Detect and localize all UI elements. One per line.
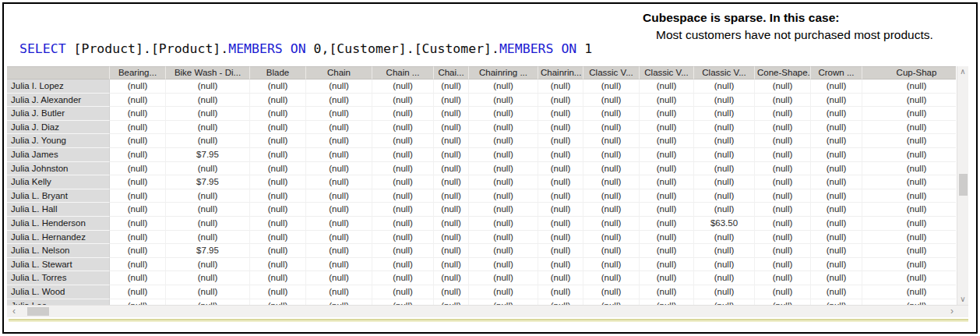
grid-cell[interactable]: (null) (469, 94, 538, 108)
grid-cell[interactable]: (null) (166, 231, 250, 245)
grid-cell[interactable]: (null) (538, 148, 583, 162)
grid-cell[interactable]: (null) (306, 134, 372, 148)
row-header[interactable]: Julia L. Bryant (7, 189, 110, 203)
grid-cell[interactable]: (null) (434, 271, 469, 285)
grid-cell[interactable]: (null) (250, 231, 306, 245)
grid-cell[interactable]: (null) (469, 80, 538, 94)
grid-cell[interactable]: (null) (755, 175, 811, 189)
grid-cell[interactable]: (null) (166, 121, 250, 135)
grid-cell[interactable]: (null) (755, 203, 811, 217)
grid-cell[interactable]: (null) (862, 175, 956, 189)
grid-cell[interactable]: (null) (583, 162, 640, 176)
grid-cell[interactable]: (null) (640, 299, 694, 306)
grid-cell[interactable]: (null) (306, 175, 372, 189)
grid-cell[interactable]: (null) (811, 162, 862, 176)
grid-cell[interactable]: (null) (434, 175, 469, 189)
grid-cell[interactable]: (null) (583, 299, 640, 306)
grid-cell[interactable]: $7.95 (166, 148, 250, 162)
row-header[interactable]: Julia L. Torres (7, 271, 110, 285)
grid-cell[interactable]: (null) (469, 148, 538, 162)
grid-cell[interactable]: (null) (811, 94, 862, 108)
grid-cell[interactable]: (null) (469, 175, 538, 189)
grid-cell[interactable]: (null) (538, 80, 583, 94)
row-header[interactable]: Julia Kelly (7, 175, 110, 189)
grid-cell[interactable]: (null) (694, 175, 755, 189)
grid-cell[interactable]: (null) (469, 244, 538, 258)
grid-cell[interactable]: (null) (469, 121, 538, 135)
grid-cell[interactable]: (null) (434, 203, 469, 217)
column-header[interactable]: Classic V... (583, 66, 640, 80)
grid-cell[interactable]: (null) (811, 203, 862, 217)
grid-cell[interactable]: (null) (862, 285, 956, 299)
grid-cell[interactable]: (null) (640, 203, 694, 217)
row-header[interactable]: Julia L. Nelson (7, 244, 110, 258)
grid-cell[interactable]: (null) (862, 217, 956, 231)
grid-cell[interactable]: (null) (862, 258, 956, 272)
grid-cell[interactable]: $7.95 (166, 244, 250, 258)
grid-cell[interactable]: (null) (583, 217, 640, 231)
grid-cell[interactable]: (null) (166, 258, 250, 272)
grid-cell[interactable]: (null) (469, 258, 538, 272)
grid-cell[interactable]: (null) (538, 107, 583, 121)
grid-cell[interactable]: $7.95 (166, 175, 250, 189)
grid-cell[interactable]: (null) (538, 244, 583, 258)
grid-cell[interactable]: (null) (862, 244, 956, 258)
grid-cell[interactable]: (null) (862, 271, 956, 285)
grid-cell[interactable]: (null) (372, 299, 434, 306)
scroll-right-icon[interactable]: › (947, 306, 957, 317)
grid-cell[interactable]: (null) (583, 107, 640, 121)
grid-cell[interactable]: (null) (640, 80, 694, 94)
grid-cell[interactable]: (null) (372, 285, 434, 299)
grid-cell[interactable]: (null) (372, 148, 434, 162)
row-header[interactable]: Julia I. Lopez (7, 80, 110, 94)
grid-cell[interactable]: (null) (110, 285, 166, 299)
grid-cell[interactable]: (null) (640, 94, 694, 108)
grid-cell[interactable]: (null) (640, 121, 694, 135)
grid-cell[interactable]: (null) (538, 231, 583, 245)
grid-cell[interactable]: (null) (694, 162, 755, 176)
grid-cell[interactable]: (null) (583, 80, 640, 94)
grid-cell[interactable]: (null) (583, 271, 640, 285)
grid-cell[interactable]: (null) (166, 217, 250, 231)
grid-cell[interactable]: (null) (640, 162, 694, 176)
grid-cell[interactable]: (null) (434, 299, 469, 306)
grid-cell[interactable]: (null) (469, 217, 538, 231)
grid-cell[interactable]: (null) (166, 107, 250, 121)
grid-cell[interactable]: (null) (811, 175, 862, 189)
grid-cell[interactable]: (null) (250, 258, 306, 272)
grid-cell[interactable]: (null) (811, 217, 862, 231)
grid-cell[interactable]: (null) (434, 231, 469, 245)
grid-cell[interactable]: (null) (306, 217, 372, 231)
grid-cell[interactable]: (null) (640, 258, 694, 272)
grid-cell[interactable]: (null) (434, 217, 469, 231)
grid-cell[interactable]: (null) (372, 244, 434, 258)
grid-cell[interactable]: (null) (538, 94, 583, 108)
grid-cell[interactable]: (null) (694, 107, 755, 121)
grid-cell[interactable]: (null) (306, 121, 372, 135)
grid-cell[interactable]: (null) (755, 285, 811, 299)
grid-cell[interactable]: (null) (250, 285, 306, 299)
row-header[interactable]: Julia J. Young (7, 134, 110, 148)
grid-cell[interactable]: (null) (640, 231, 694, 245)
column-header[interactable]: Bike Wash - Di... (166, 66, 250, 80)
grid-cell[interactable]: (null) (755, 299, 811, 306)
grid-cell[interactable]: (null) (469, 189, 538, 203)
grid-cell[interactable]: (null) (250, 175, 306, 189)
grid-cell[interactable]: (null) (583, 121, 640, 135)
grid-cell[interactable]: $63.50 (694, 217, 755, 231)
grid-cell[interactable]: (null) (306, 162, 372, 176)
grid-cell[interactable]: (null) (538, 285, 583, 299)
grid-cell[interactable]: (null) (640, 148, 694, 162)
grid-cell[interactable]: (null) (372, 271, 434, 285)
grid-cell[interactable]: (null) (372, 203, 434, 217)
grid-cell[interactable]: (null) (372, 134, 434, 148)
grid-cell[interactable]: (null) (110, 258, 166, 272)
grid-cell[interactable]: (null) (372, 175, 434, 189)
grid-cell[interactable]: (null) (469, 299, 538, 306)
grid-cell[interactable]: (null) (538, 271, 583, 285)
grid-cell[interactable]: (null) (110, 231, 166, 245)
grid-cell[interactable]: (null) (694, 258, 755, 272)
grid-cell[interactable]: (null) (469, 162, 538, 176)
grid-cell[interactable]: (null) (250, 121, 306, 135)
grid-cell[interactable]: (null) (306, 285, 372, 299)
